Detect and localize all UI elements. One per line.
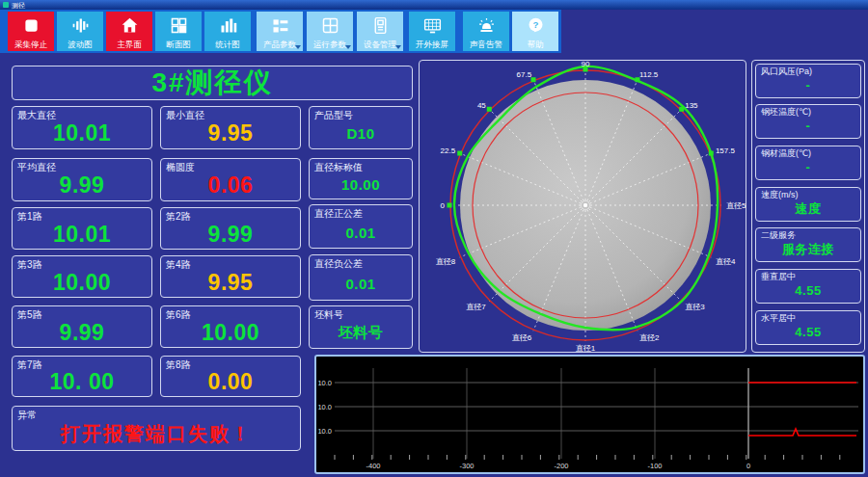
toolbar-button-product-params[interactable]: 产品参数 (257, 12, 303, 51)
toolbar-button-main-screen[interactable]: 主界面 (106, 12, 152, 51)
box-vertical-center: 垂直居中 4.55 (755, 269, 861, 304)
cell-value: 9.99 (13, 171, 151, 200)
toolbar-button-sound-alarm[interactable]: 声音告警 (463, 12, 509, 51)
svg-text:10.0: 10.0 (317, 379, 332, 387)
exception-message: 打开报警端口失败！ (13, 418, 300, 450)
toolbar-button-stats-chart[interactable]: 统计图 (204, 12, 251, 51)
cell-max-diameter: 最大直径 10.01 (12, 106, 152, 149)
cell-path-7: 第7路 10. 00 (12, 356, 152, 397)
chevron-down-icon (295, 45, 301, 49)
svg-text:67.5: 67.5 (517, 70, 532, 79)
cell-value: 坯料号 (310, 318, 412, 348)
svg-text:90: 90 (582, 60, 590, 68)
box-billet-temperature: 钢坯温度(℃) - (755, 104, 861, 139)
svg-text:直径8: 直径8 (436, 257, 456, 266)
toolbar-button-help[interactable]: ? 帮助 (512, 12, 558, 51)
help-icon: ? (526, 14, 546, 36)
polar-profile-chart: 022.54567.590112.5135157.5直径5直径4直径3直径2直径… (420, 61, 746, 352)
svg-text:-200: -200 (554, 462, 568, 470)
toolbar-button-label: 统计图 (215, 40, 240, 49)
toolbar-button-stop-acquisition[interactable]: 采集停止 (8, 12, 54, 51)
run-params-icon (320, 14, 340, 36)
cell-value: 0.00 (161, 368, 300, 396)
cell-value: 0.01 (310, 267, 412, 300)
box-speed: 速度(m/s) 速度 (755, 187, 861, 222)
cell-path-5: 第5路 9.99 (12, 305, 152, 348)
box-horizontal-center: 水平居中 4.55 (755, 310, 861, 345)
chevron-down-icon (345, 45, 351, 49)
cell-value: - (756, 73, 860, 97)
svg-text:135: 135 (685, 101, 698, 110)
cell-value: 10.00 (310, 171, 412, 199)
stop-icon (21, 14, 41, 36)
gauge-title-box: 3#测径仪 (12, 66, 413, 100)
cell-value: 9.99 (161, 220, 300, 249)
svg-text:直径4: 直径4 (716, 257, 736, 266)
cell-path-2: 第2路 9.99 (160, 207, 301, 250)
svg-text:-300: -300 (459, 462, 474, 470)
box-steel-temperature: 钢材温度(℃) - (755, 146, 861, 180)
section-icon (169, 14, 189, 36)
device-icon (370, 14, 391, 36)
toolbar-button-label: 设备管理 (364, 40, 396, 49)
cell-ovality: 椭圆度 0.06 (160, 158, 301, 201)
toolbar-button-label: 开外接屏 (416, 40, 448, 49)
cell-value: 9.95 (161, 268, 300, 297)
svg-text:直径6: 直径6 (512, 333, 532, 342)
monitor-icon (422, 14, 443, 36)
toolbar-button-external-screen[interactable]: 开外接屏 (409, 12, 455, 51)
siren-icon (476, 14, 497, 36)
polar-chart-panel: 022.54567.590112.5135157.5直径5直径4直径3直径2直径… (419, 60, 746, 353)
window-titlebar: 测径 (0, 0, 868, 10)
svg-text:直径7: 直径7 (466, 303, 486, 311)
svg-text:45: 45 (477, 101, 486, 110)
trend-chart-panel: 10.010.010.0-400-300-200-1000 (314, 355, 865, 474)
toolbar-button-label: 声音告警 (470, 40, 502, 49)
window-title: 测径 (12, 2, 25, 9)
toolbar-button-label: 波动图 (68, 40, 93, 49)
app-window: 测径 采集停止 波动图 主界面 断面图 统计图 产品参数 运行参数 设备管理 开… (0, 0, 868, 477)
chevron-down-icon (395, 45, 401, 49)
cell-path-8: 第8路 0.00 (160, 356, 301, 397)
toolbar-button-section-chart[interactable]: 断面图 (155, 12, 202, 51)
app-icon (3, 2, 9, 8)
toolbar-button-wave-chart[interactable]: 波动图 (57, 12, 103, 51)
svg-text:?: ? (532, 19, 538, 30)
cell-avg-diameter: 平均直径 9.99 (12, 158, 152, 201)
cell-value: - (756, 155, 860, 179)
svg-text:直径2: 直径2 (639, 333, 660, 342)
cell-path-6: 第6路 10.00 (160, 305, 301, 348)
cell-value: 9.95 (161, 119, 300, 148)
cell-nominal-diameter: 直径标称值 10.00 (309, 158, 413, 199)
cell-value: 4.55 (756, 320, 860, 344)
cell-path-3: 第3路 10.00 (12, 255, 152, 298)
cell-value: 9.99 (13, 318, 151, 347)
svg-text:直径1: 直径1 (576, 344, 596, 353)
toolbar-button-label: 断面图 (166, 40, 191, 49)
svg-text:-100: -100 (647, 462, 662, 470)
svg-text:10.0: 10.0 (317, 427, 332, 436)
svg-text:10.0: 10.0 (317, 403, 332, 411)
toolbar-button-label: 主界面 (117, 40, 142, 49)
cell-value: 10.00 (161, 318, 300, 347)
cell-value: 10.01 (13, 220, 151, 249)
toolbar-button-device-management[interactable]: 设备管理 (357, 12, 403, 51)
cell-path-1: 第1路 10.01 (12, 207, 152, 250)
cell-value: 10.01 (13, 119, 151, 148)
box-air-pressure: 风口风压(Pa) - (755, 64, 861, 98)
svg-text:112.5: 112.5 (639, 70, 659, 79)
svg-text:22.5: 22.5 (441, 146, 456, 155)
exception-box: 异常 打开报警端口失败！ (12, 406, 301, 451)
trend-chart: 10.010.010.0-400-300-200-1000 (316, 357, 863, 472)
cell-value: D10 (310, 119, 412, 148)
toolbar-button-label: 运行参数 (313, 40, 346, 49)
waveform-icon (70, 14, 91, 36)
cell-product-model: 产品型号 D10 (309, 106, 413, 149)
svg-text:157.5: 157.5 (716, 146, 736, 155)
svg-text:直径5: 直径5 (726, 201, 746, 210)
svg-text:0: 0 (441, 201, 446, 210)
toolbar-button-run-params[interactable]: 运行参数 (307, 12, 353, 51)
cell-minus-tolerance: 直径负公差 0.01 (309, 254, 413, 301)
toolbar-button-label: 帮助 (528, 40, 544, 49)
cell-value: 服务连接 (756, 237, 860, 261)
